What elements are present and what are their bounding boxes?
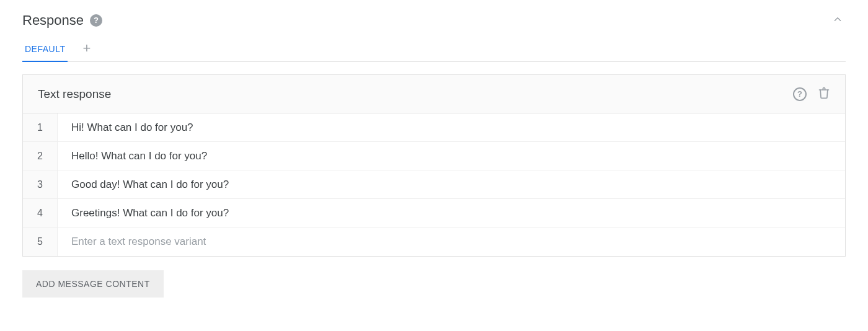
tabs-row: DEFAULT +: [22, 38, 846, 62]
response-variant-text[interactable]: Hello! What can I do for you?: [58, 142, 845, 170]
response-row[interactable]: 4Greetings! What can I do for you?: [23, 199, 845, 227]
row-index: 1: [23, 113, 58, 141]
response-row[interactable]: 1Hi! What can I do for you?: [23, 113, 845, 142]
row-index: 4: [23, 199, 58, 227]
response-row[interactable]: 2Hello! What can I do for you?: [23, 142, 845, 170]
delete-button[interactable]: [818, 86, 830, 102]
tab-default[interactable]: DEFAULT: [22, 38, 68, 61]
response-row[interactable]: 5Enter a text response variant: [23, 227, 845, 256]
response-variant-text[interactable]: Greetings! What can I do for you?: [58, 199, 845, 227]
section-title: Response: [22, 12, 84, 29]
card-header: Text response ?: [23, 75, 845, 113]
response-row[interactable]: 3Good day! What can I do for you?: [23, 170, 845, 199]
help-icon[interactable]: ?: [90, 14, 102, 27]
row-index: 3: [23, 170, 58, 198]
trash-icon: [818, 86, 830, 102]
row-index: 2: [23, 142, 58, 170]
title-wrap: Response ?: [22, 12, 102, 29]
response-variant-text[interactable]: Good day! What can I do for you?: [58, 170, 845, 198]
text-response-card: Text response ? 1Hi! What can I do for y…: [22, 74, 846, 257]
help-outline-icon: ?: [793, 87, 807, 101]
card-title: Text response: [38, 87, 111, 101]
card-header-actions: ?: [793, 86, 830, 102]
row-index: 5: [23, 227, 58, 256]
response-variant-placeholder[interactable]: Enter a text response variant: [58, 227, 845, 256]
add-message-content-button[interactable]: ADD MESSAGE CONTENT: [22, 270, 164, 298]
add-tab-button[interactable]: +: [80, 38, 93, 61]
collapse-button[interactable]: [830, 11, 846, 29]
response-rows: 1Hi! What can I do for you?2Hello! What …: [23, 113, 845, 256]
section-header: Response ?: [22, 11, 846, 29]
response-variant-text[interactable]: Hi! What can I do for you?: [58, 113, 845, 141]
card-help-button[interactable]: ?: [793, 87, 807, 101]
chevron-up-icon: [832, 17, 843, 27]
